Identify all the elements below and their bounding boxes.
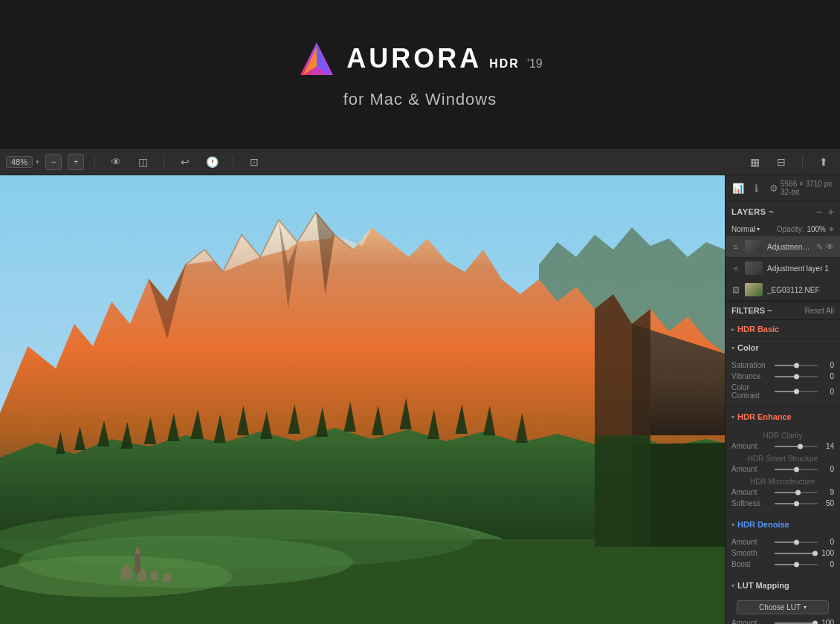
denoise-boost-slider-wrap[interactable] — [775, 564, 818, 565]
filter-group-hdr-denoise: ▾ HDR Denoise Amount 0 — [726, 516, 840, 576]
toolbar-separator-4 — [802, 155, 803, 169]
layers-remove-button[interactable]: − — [816, 206, 822, 218]
layers-section: LAYERS ~ − + Normal ▾ Opacity: 100% — [726, 201, 840, 302]
smart-amount-slider-wrap[interactable] — [775, 469, 818, 470]
opacity-value[interactable]: 100% — [807, 225, 826, 233]
filter-group-color-header[interactable]: ▾ Color — [726, 339, 840, 357]
denoise-boost-slider[interactable] — [775, 564, 818, 565]
micro-amount-value: 9 — [818, 488, 834, 496]
denoise-smooth-slider[interactable] — [775, 553, 818, 554]
landscape — [0, 175, 725, 624]
vibrance-slider[interactable] — [775, 376, 818, 377]
hdr-clarity-label: HDR Clarity — [731, 429, 834, 441]
color-contrast-slider[interactable] — [775, 391, 818, 392]
micro-softness-slider[interactable] — [775, 503, 818, 504]
histogram-panel-icon[interactable]: 📊 — [731, 181, 745, 195]
image-info: 5566 × 3710 px 32-bit — [781, 180, 834, 196]
saturation-slider-wrap[interactable] — [775, 365, 818, 366]
layers-section-header[interactable]: LAYERS ~ − + — [726, 201, 840, 222]
choose-lut-button[interactable]: Choose LUT ▾ — [737, 600, 829, 614]
filter-group-hdr-denoise-header[interactable]: ▾ HDR Denoise — [726, 516, 840, 533]
denoise-boost-label: Boost — [731, 560, 775, 568]
clarity-amount-slider-wrap[interactable] — [775, 446, 818, 447]
chevron-down-icon[interactable]: ▾ — [36, 158, 39, 166]
vibrance-row: Vibrance 0 — [731, 371, 834, 382]
filter-group-color-controls: Saturation 0 Vibrance — [726, 357, 840, 407]
filter-group-hdr-basic-header[interactable]: ▸ HDR Basic — [726, 320, 840, 338]
filter-group-lut-mapping-header[interactable]: ▾ LUT Mapping — [726, 576, 840, 594]
hdr-micro-label: HDR Microstructure — [731, 475, 834, 487]
filter-group-hdr-enhance-header[interactable]: ▾ HDR Enhance — [726, 408, 840, 426]
chevron-denoise-icon: ▾ — [731, 521, 734, 528]
layer-item-1[interactable]: ≡ Adjustment layer 1 — [726, 258, 840, 279]
grid-icon[interactable]: ▦ — [744, 154, 765, 170]
svg-marker-50 — [595, 435, 650, 547]
micro-amount-slider[interactable] — [775, 492, 818, 493]
layer-name-2: _EG03112.NEF — [767, 286, 834, 294]
eye-icon[interactable]: 👁 — [106, 154, 126, 170]
denoise-boost-value: 0 — [818, 560, 834, 568]
saturation-row: Saturation 0 — [731, 360, 834, 371]
clarity-amount-slider[interactable] — [775, 446, 818, 447]
filter-group-lut-controls: Choose LUT ▾ Amount 100 — [726, 594, 840, 624]
blend-mode-select[interactable]: Normal ▾ — [731, 225, 760, 233]
micro-amount-label: Amount — [731, 488, 775, 496]
color-contrast-slider-wrap[interactable] — [775, 391, 818, 392]
zoom-value[interactable]: 48% — [6, 156, 33, 168]
layer-adjust-icon-1: ≡ — [731, 264, 740, 273]
filter-group-color: ▾ Color Saturation 0 — [726, 339, 840, 408]
layer-item-2[interactable]: 🖼 _EG03112.NEF — [726, 279, 840, 301]
reset-all-button[interactable]: Reset All — [805, 307, 834, 315]
micro-softness-slider-wrap[interactable] — [775, 503, 818, 504]
saturation-slider[interactable] — [775, 365, 818, 366]
history-icon[interactable]: 🕐 — [201, 154, 222, 170]
hdr-badge: HDR — [489, 57, 520, 71]
layer-pencil-icon[interactable]: ✎ — [816, 242, 823, 252]
clarity-amount-row: Amount 14 — [731, 441, 834, 452]
toolbar-separator-1 — [94, 155, 95, 169]
denoise-amount-slider[interactable] — [775, 542, 818, 543]
layer-thumb-0 — [745, 240, 763, 253]
micro-softness-value: 50 — [818, 499, 834, 507]
color-contrast-value: 0 — [818, 388, 834, 396]
lut-amount-label: Amount — [731, 619, 775, 624]
micro-amount-slider-wrap[interactable] — [775, 492, 818, 493]
opacity-adjust-icon[interactable]: ⊕ — [829, 226, 834, 233]
filter-group-lut-mapping-title: LUT Mapping — [737, 581, 789, 590]
layer-thumb-2 — [745, 283, 763, 296]
layers-add-button[interactable]: + — [828, 206, 834, 218]
filter-group-hdr-basic: ▸ HDR Basic — [726, 320, 840, 339]
denoise-smooth-label: Smooth — [731, 549, 775, 557]
denoise-smooth-slider-wrap[interactable] — [775, 553, 818, 554]
smart-amount-slider[interactable] — [775, 469, 818, 470]
undo-icon[interactable]: ↩ — [175, 154, 196, 170]
photo-canvas[interactable] — [0, 175, 725, 624]
lut-amount-slider-wrap[interactable] — [775, 623, 818, 624]
chevron-icon: ▸ — [731, 326, 734, 333]
filter-group-hdr-denoise-title: HDR Denoise — [737, 520, 789, 529]
lut-amount-slider[interactable] — [775, 623, 818, 624]
export-icon[interactable]: ⬆ — [813, 154, 834, 170]
logo-row: AURORA HDR '19 — [297, 39, 543, 78]
panel-top-bar: 📊 ℹ ⚙ 5566 × 3710 px 32-bit — [726, 175, 840, 201]
chevron-color-icon: ▾ — [731, 345, 734, 351]
layer-name-0: Adjustment layer 2 — [767, 243, 812, 251]
filters-section: FILTERS ~ Reset All ▸ HDR Basic ▾ Color — [726, 302, 840, 624]
layer-item-0[interactable]: ≡ Adjustment layer 2 ✎ 👁 — [726, 236, 840, 258]
lut-chevron-icon: ▾ — [804, 604, 807, 611]
layer-name-1: Adjustment layer 1 — [767, 264, 834, 273]
info-panel-icon[interactable]: ℹ — [749, 181, 763, 195]
settings-panel-icon[interactable]: ⚙ — [767, 181, 781, 195]
micro-softness-label: Softness — [731, 499, 775, 507]
zoom-plus-button[interactable]: + — [68, 154, 84, 170]
vibrance-slider-wrap[interactable] — [775, 376, 818, 377]
layer-photo-icon: 🖼 — [731, 285, 740, 294]
denoise-amount-slider-wrap[interactable] — [775, 542, 818, 543]
zoom-minus-button[interactable]: − — [45, 154, 62, 170]
layer-eye-icon[interactable]: 👁 — [826, 242, 834, 252]
svg-rect-41 — [121, 569, 132, 579]
before-after-icon[interactable]: ◫ — [132, 154, 153, 170]
sliders-icon[interactable]: ⊟ — [771, 154, 792, 170]
lut-amount-row: Amount 100 — [731, 617, 834, 624]
crop-icon[interactable]: ⊡ — [244, 154, 265, 170]
